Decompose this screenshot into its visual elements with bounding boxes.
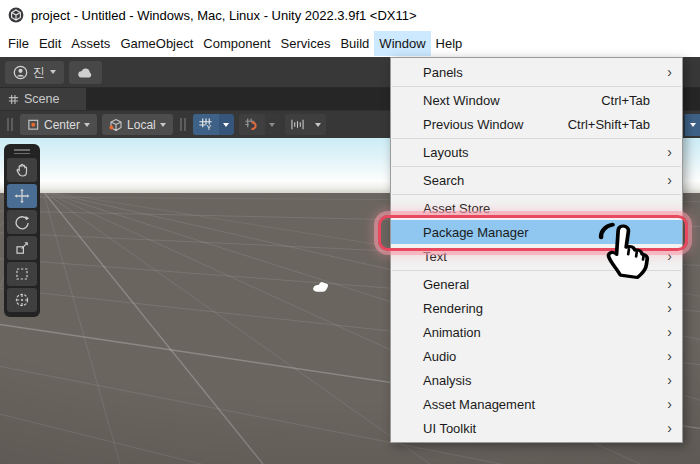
- menu-item-panels[interactable]: Panels›: [391, 60, 682, 84]
- menubar-item-gameobject[interactable]: GameObject: [115, 31, 198, 56]
- menubar-item-help[interactable]: Help: [431, 31, 468, 56]
- menu-bar: FileEditAssetsGameObjectComponentService…: [0, 30, 700, 57]
- submenu-arrow-icon: ›: [660, 277, 672, 291]
- menu-item-label: Layouts: [423, 145, 469, 160]
- submenu-arrow-icon: ›: [660, 173, 672, 187]
- window-menu-dropdown: Panels›Next WindowCtrl+TabPrevious Windo…: [390, 57, 683, 443]
- menu-item-analysis[interactable]: Analysis›: [391, 368, 682, 392]
- scale-tool-button[interactable]: [7, 236, 37, 260]
- account-button[interactable]: 진: [5, 61, 64, 84]
- toolbar-drag-handle[interactable]: [180, 118, 186, 131]
- view-hand-tool-button[interactable]: [7, 158, 37, 182]
- transform-tool-icon: [14, 292, 30, 308]
- transform-tool-button[interactable]: [7, 288, 37, 312]
- rotate-tool-button[interactable]: [7, 210, 37, 234]
- menubar-item-edit[interactable]: Edit: [34, 31, 66, 56]
- window-title: project - Untitled - Windows, Mac, Linux…: [31, 8, 417, 23]
- title-bar: project - Untitled - Windows, Mac, Linux…: [0, 0, 700, 30]
- menu-item-ui-toolkit[interactable]: UI Toolkit›: [391, 416, 682, 440]
- menu-item-text[interactable]: Text›: [391, 244, 682, 268]
- menu-item-label: Search: [423, 173, 464, 188]
- menu-item-search[interactable]: Search›: [391, 168, 682, 192]
- pivot-center-icon: [27, 118, 40, 131]
- orientation-mode-label: Local: [127, 118, 156, 132]
- grid-snap-y-icon: Y: [198, 117, 213, 132]
- scale-tool-icon: [14, 240, 30, 256]
- rotate-tool-icon: [14, 214, 30, 230]
- chevron-down-icon: [223, 123, 229, 127]
- menu-separator: [392, 138, 681, 139]
- toolbar-drag-handle[interactable]: [7, 118, 13, 131]
- unity-editor-window: project - Untitled - Windows, Mac, Linux…: [0, 0, 700, 464]
- account-label: 진: [33, 64, 45, 81]
- menubar-item-assets[interactable]: Assets: [66, 31, 115, 56]
- menu-item-label: Text: [423, 249, 447, 264]
- submenu-arrow-icon: ›: [660, 349, 672, 363]
- menu-item-label: Package Manager: [423, 225, 529, 240]
- menu-item-asset-store[interactable]: Asset Store: [391, 196, 682, 220]
- menu-item-label: Panels: [423, 65, 463, 80]
- tab-scene[interactable]: Scene: [0, 88, 86, 110]
- menu-item-label: General: [423, 277, 469, 292]
- menu-item-rendering[interactable]: Rendering›: [391, 296, 682, 320]
- menu-item-layouts[interactable]: Layouts›: [391, 140, 682, 164]
- toolbar-overflow-dropdown[interactable]: [684, 114, 700, 136]
- rect-tool-button[interactable]: [7, 262, 37, 286]
- menu-separator: [392, 86, 681, 87]
- menu-item-audio[interactable]: Audio›: [391, 344, 682, 368]
- menu-item-label: UI Toolkit: [423, 421, 476, 436]
- palette-drag-handle[interactable]: [7, 147, 37, 156]
- chevron-down-icon: [50, 70, 56, 74]
- tool-palette: [4, 144, 40, 317]
- menu-item-label: Asset Store: [423, 201, 490, 216]
- submenu-arrow-icon: ›: [660, 373, 672, 387]
- move-tool-icon: [14, 188, 30, 204]
- person-circle-icon: [13, 65, 28, 80]
- move-tool-button[interactable]: [7, 184, 37, 208]
- submenu-arrow-icon: ›: [660, 65, 672, 79]
- rect-tool-icon: [14, 266, 30, 282]
- menu-item-previous-window[interactable]: Previous WindowCtrl+Shift+Tab: [391, 112, 682, 136]
- submenu-arrow-icon: ›: [660, 145, 672, 159]
- grid-icon: [8, 94, 19, 105]
- menu-item-shortcut: Ctrl+Shift+Tab: [568, 117, 660, 132]
- menu-item-animation[interactable]: Animation›: [391, 320, 682, 344]
- snap-magnet-button[interactable]: [239, 114, 280, 135]
- menubar-item-services[interactable]: Services: [276, 31, 336, 56]
- svg-text:Y: Y: [207, 124, 212, 131]
- menu-item-asset-management[interactable]: Asset Management›: [391, 392, 682, 416]
- menu-item-label: Audio: [423, 349, 456, 364]
- submenu-arrow-icon: ›: [660, 397, 672, 411]
- pivot-mode-label: Center: [44, 118, 80, 132]
- menu-item-shortcut: Ctrl+Tab: [601, 93, 660, 108]
- menu-separator: [392, 194, 681, 195]
- menubar-item-component[interactable]: Component: [198, 31, 275, 56]
- chevron-down-icon: [269, 123, 275, 127]
- cloud-services-button[interactable]: [69, 61, 102, 84]
- view-hand-tool-icon: [14, 162, 30, 178]
- chevron-down-icon: [84, 123, 90, 127]
- snap-magnet-icon: [244, 117, 259, 132]
- pivot-mode-button[interactable]: Center: [20, 114, 97, 135]
- menu-item-label: Next Window: [423, 93, 500, 108]
- grid-snapping-button[interactable]: Y: [193, 114, 234, 135]
- menu-item-next-window[interactable]: Next WindowCtrl+Tab: [391, 88, 682, 112]
- menubar-item-window[interactable]: Window: [374, 31, 430, 56]
- cube-orientation-icon: [109, 118, 123, 132]
- orientation-mode-button[interactable]: Local: [102, 114, 173, 135]
- submenu-arrow-icon: ›: [660, 325, 672, 339]
- snap-increment-button[interactable]: [285, 114, 326, 135]
- menu-separator: [392, 270, 681, 271]
- menu-item-package-manager[interactable]: Package Manager: [391, 220, 682, 244]
- tab-label: Scene: [24, 92, 59, 106]
- cloud-icon: [77, 66, 94, 79]
- menu-item-label: Previous Window: [423, 117, 523, 132]
- menu-item-general[interactable]: General›: [391, 272, 682, 296]
- menubar-item-build[interactable]: Build: [335, 31, 374, 56]
- menu-item-label: Rendering: [423, 301, 483, 316]
- chevron-down-icon: [160, 123, 166, 127]
- submenu-arrow-icon: ›: [660, 421, 672, 435]
- submenu-arrow-icon: ›: [660, 249, 672, 263]
- menu-separator: [392, 166, 681, 167]
- menubar-item-file[interactable]: File: [3, 31, 34, 56]
